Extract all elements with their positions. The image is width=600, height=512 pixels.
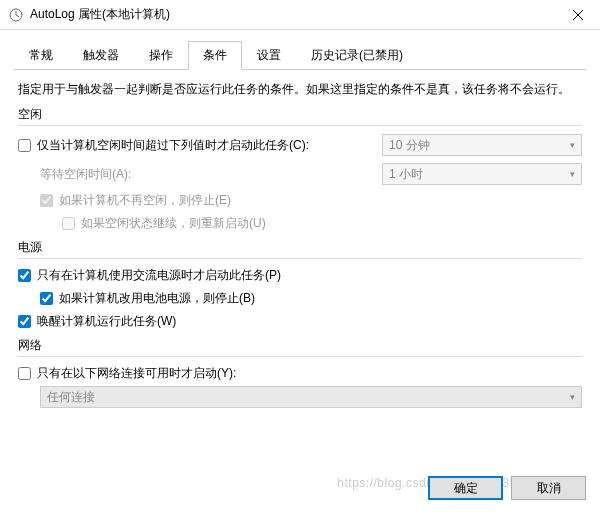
idle-start-checkbox[interactable]: [18, 139, 31, 152]
wait-duration-dropdown[interactable]: 1 小时 ▾: [382, 163, 582, 185]
divider: [18, 258, 582, 259]
idle-start-label: 仅当计算机空闲时间超过下列值时才启动此任务(C):: [37, 137, 309, 154]
stop-not-idle-checkbox[interactable]: [40, 194, 53, 207]
dialog-footer: 确定 取消: [428, 476, 586, 500]
network-section-label: 网络: [18, 337, 582, 354]
chevron-down-icon: ▾: [570, 392, 575, 402]
stop-battery-label: 如果计算机改用电池电源，则停止(B): [59, 290, 255, 307]
tab-conditions[interactable]: 条件: [188, 41, 242, 70]
ac-only-label: 只有在计算机使用交流电源时才启动此任务(P): [37, 267, 281, 284]
stop-not-idle-label: 如果计算机不再空闲，则停止(E): [59, 192, 231, 209]
network-connection-dropdown[interactable]: 任何连接 ▾: [40, 386, 582, 408]
wake-label: 唤醒计算机运行此任务(W): [37, 313, 176, 330]
window-title: AutoLog 属性(本地计算机): [30, 6, 556, 23]
chevron-down-icon: ▾: [570, 140, 575, 150]
description-text: 指定用于与触发器一起判断是否应运行此任务的条件。如果这里指定的条件不是真，该任务…: [18, 80, 582, 98]
wake-checkbox[interactable]: [18, 315, 31, 328]
network-only-checkbox[interactable]: [18, 367, 31, 380]
cancel-button[interactable]: 取消: [511, 476, 586, 500]
wait-duration-value: 1 小时: [389, 166, 423, 183]
idle-duration-dropdown[interactable]: 10 分钟 ▾: [382, 134, 582, 156]
tab-triggers[interactable]: 触发器: [68, 41, 134, 70]
close-icon: [573, 10, 583, 20]
restart-idle-label: 如果空闲状态继续，则重新启动(U): [81, 215, 266, 232]
close-button[interactable]: [556, 0, 600, 30]
power-section-label: 电源: [18, 239, 582, 256]
stop-battery-checkbox[interactable]: [40, 292, 53, 305]
chevron-down-icon: ▾: [570, 169, 575, 179]
tab-actions[interactable]: 操作: [134, 41, 188, 70]
divider: [18, 356, 582, 357]
restart-idle-checkbox[interactable]: [62, 217, 75, 230]
tab-bar: 常规 触发器 操作 条件 设置 历史记录(已禁用): [14, 40, 586, 70]
app-icon: [8, 7, 24, 23]
network-connection-value: 任何连接: [47, 389, 95, 406]
titlebar: AutoLog 属性(本地计算机): [0, 0, 600, 30]
ok-button[interactable]: 确定: [428, 476, 503, 500]
tab-settings[interactable]: 设置: [242, 41, 296, 70]
wait-idle-label: 等待空闲时间(A):: [40, 166, 131, 183]
idle-section-label: 空闲: [18, 106, 582, 123]
idle-duration-value: 10 分钟: [389, 137, 430, 154]
ac-only-checkbox[interactable]: [18, 269, 31, 282]
tab-general[interactable]: 常规: [14, 41, 68, 70]
tab-history[interactable]: 历史记录(已禁用): [296, 41, 418, 70]
network-only-label: 只有在以下网络连接可用时才启动(Y):: [37, 365, 236, 382]
divider: [18, 125, 582, 126]
